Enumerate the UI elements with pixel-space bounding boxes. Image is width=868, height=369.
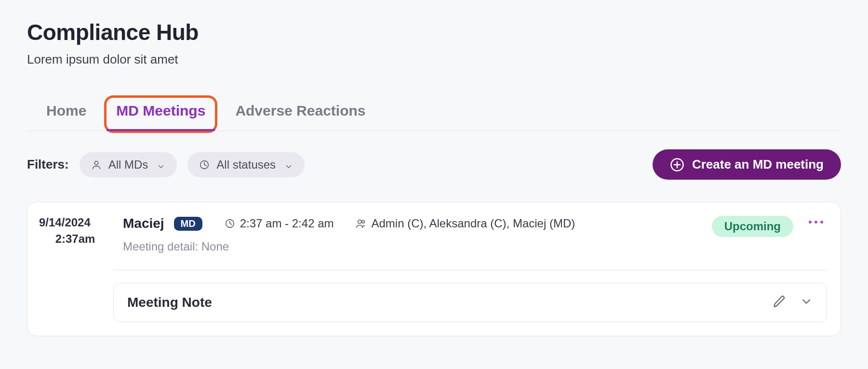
meeting-date-column: 9/14/2024 2:37am <box>39 216 111 246</box>
meeting-person-name: Maciej <box>123 216 164 231</box>
meeting-date: 9/14/2024 <box>39 216 111 229</box>
tab-md-meetings[interactable]: MD Meetings <box>107 98 215 131</box>
users-icon <box>356 218 366 229</box>
svg-point-7 <box>362 221 365 224</box>
tab-adverse-reactions[interactable]: Adverse Reactions <box>233 98 367 131</box>
role-badge: MD <box>174 217 202 231</box>
create-meeting-label: Create an MD meeting <box>692 157 824 172</box>
filter-md-dropdown[interactable]: All MDs <box>80 152 177 177</box>
filters-label: Filters: <box>27 157 69 172</box>
filter-md-label: All MDs <box>108 158 148 171</box>
more-actions-button[interactable] <box>805 216 827 228</box>
plus-circle-icon <box>670 158 684 172</box>
meeting-time: 2:37am <box>39 232 111 246</box>
meeting-detail: Meeting detail: None <box>123 240 700 253</box>
meeting-time-range-text: 2:37 am - 2:42 am <box>240 217 334 230</box>
more-horizontal-icon <box>808 218 824 226</box>
divider <box>113 270 827 270</box>
pencil-icon <box>773 295 786 310</box>
chevron-down-icon <box>157 160 165 169</box>
chevron-down-icon <box>284 160 293 169</box>
svg-point-6 <box>358 220 361 224</box>
filter-status-label: All statuses <box>216 158 276 171</box>
chevron-down-icon <box>800 295 813 310</box>
status-badge: Upcoming <box>712 216 793 237</box>
meeting-time-range: 2:37 am - 2:42 am <box>225 217 334 230</box>
svg-point-9 <box>815 221 817 224</box>
tab-home[interactable]: Home <box>44 98 88 131</box>
edit-note-button[interactable] <box>773 295 786 310</box>
page-title: Compliance Hub <box>27 19 841 45</box>
clock-icon <box>225 218 235 229</box>
meeting-note-block: Meeting Note <box>113 283 827 322</box>
tabs-bar: Home MD Meetings Adverse Reactions <box>27 98 841 131</box>
filter-status-dropdown[interactable]: All statuses <box>187 152 305 177</box>
clock-icon <box>199 159 210 170</box>
expand-note-button[interactable] <box>800 295 813 310</box>
meeting-attendees: Admin (C), Aleksandra (C), Maciej (MD) <box>356 217 575 230</box>
meeting-attendees-text: Admin (C), Aleksandra (C), Maciej (MD) <box>371 217 575 230</box>
user-icon <box>91 159 102 170</box>
meeting-main-column: Maciej MD 2:37 am - 2:42 am Admin (C), A… <box>123 216 700 253</box>
page-subtitle: Lorem ipsum dolor sit amet <box>27 52 841 67</box>
filters-row: Filters: All MDs All statuses <box>27 149 841 180</box>
svg-point-10 <box>820 221 823 224</box>
svg-point-8 <box>809 221 812 224</box>
meeting-card: 9/14/2024 2:37am Maciej MD 2:37 am - 2:4… <box>27 202 841 336</box>
meeting-note-title: Meeting Note <box>127 295 212 310</box>
svg-point-0 <box>94 161 98 164</box>
create-meeting-button[interactable]: Create an MD meeting <box>653 149 841 180</box>
